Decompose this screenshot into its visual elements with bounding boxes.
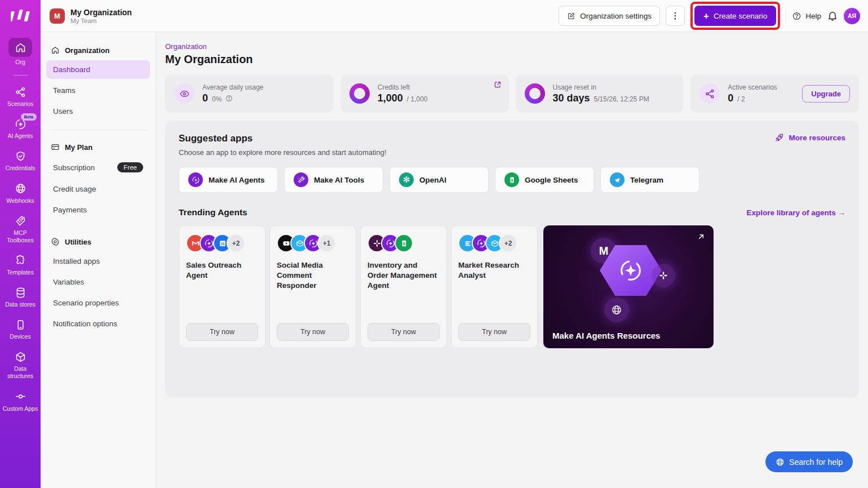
rail-item-data-stores[interactable]: Data stores <box>2 286 39 308</box>
agent-name: Market Research Analyst <box>458 260 530 281</box>
external-link-icon[interactable] <box>494 81 502 88</box>
rail-item-scenarios[interactable]: Scenarios <box>2 85 39 108</box>
agent-card-market-research[interactable]: +2 Market Research Analyst Try now <box>451 225 538 348</box>
notifications-bell-icon[interactable] <box>827 10 838 21</box>
stat-label: Usage reset in <box>553 83 649 91</box>
rail-item-templates[interactable]: Templates <box>2 254 39 276</box>
app-chip-telegram[interactable]: Telegram <box>600 167 699 193</box>
stat-label: Active scenarios <box>728 83 777 91</box>
try-now-button[interactable]: Try now <box>458 323 530 341</box>
stat-card-usage-reset: Usage reset in 30 days 5/15/26, 12:25 PM <box>516 74 684 113</box>
rail-item-data-structures[interactable]: Data structures <box>2 350 39 380</box>
sidebar-item-scenario-properties[interactable]: Scenario properties <box>46 294 150 312</box>
shield-check-icon <box>14 149 27 163</box>
rail-item-credentials[interactable]: Credentials <box>2 149 39 172</box>
ai-sparkle-icon: Beta <box>14 117 27 131</box>
rail-item-label: MCP Toolboxes <box>2 229 39 244</box>
sidebar-item-credit-usage[interactable]: Credit usage <box>46 180 150 198</box>
suggested-apps-subtitle: Choose an app to explore more resources … <box>179 148 387 157</box>
stat-card-credits-left: Credits left 1,000 / 1,000 <box>340 74 509 113</box>
sidebar-divider <box>50 130 147 130</box>
try-now-button[interactable]: Try now <box>277 323 349 341</box>
agent-card-social-media-responder[interactable]: +1 Social Media Comment Responder Try no… <box>269 225 356 348</box>
more-apps-badge: +1 <box>317 234 336 252</box>
app-chip-google-sheets[interactable]: Google Sheets <box>495 167 594 193</box>
search-for-help-label: Search for help <box>789 458 843 467</box>
sidebar-item-label: Subscription <box>53 163 95 172</box>
globe-icon <box>14 182 27 196</box>
stat-card-active-scenarios: Active scenarios 0 / 2 Upgrade <box>690 74 859 113</box>
make-ai-tools-icon <box>294 172 308 187</box>
sidebar-item-installed-apps[interactable]: Installed apps <box>46 252 150 270</box>
arrow-up-right-icon <box>697 232 706 241</box>
sidebar-item-users[interactable]: Users <box>46 102 150 121</box>
stat-label: Average daily usage <box>202 83 264 91</box>
sidebar-item-dashboard[interactable]: Dashboard <box>46 60 150 79</box>
globe-orb-icon <box>604 298 629 322</box>
secondary-sidebar: Organization Dashboard Teams Users My Pl… <box>41 32 156 488</box>
rail-item-ai-agents[interactable]: Beta AI Agents <box>2 117 39 140</box>
donut-chart-icon <box>525 83 545 104</box>
stat-suffix: / 2 <box>737 95 745 103</box>
rail-item-label: Devices <box>10 333 30 340</box>
sidebar-item-notification-options[interactable]: Notification options <box>46 314 150 333</box>
stat-label: Credits left <box>378 83 428 91</box>
rail-item-webhooks[interactable]: Webhooks <box>2 182 39 205</box>
share-nodes-icon <box>699 83 720 104</box>
sidebar-item-subscription[interactable]: Subscription Free <box>46 157 150 178</box>
more-apps-badge: +2 <box>499 234 517 252</box>
sidebar-item-label: Payments <box>53 206 87 214</box>
sidebar-item-payments[interactable]: Payments <box>46 201 150 219</box>
free-plan-badge: Free <box>117 162 143 172</box>
help-button[interactable]: Help <box>792 11 821 21</box>
breadcrumb[interactable]: Organization <box>165 42 859 51</box>
user-avatar[interactable]: АЯ <box>844 8 860 24</box>
rail-item-label: Custom Apps <box>3 405 38 412</box>
agent-app-icons: +1 <box>277 234 349 252</box>
agent-app-icons: +2 <box>458 234 530 252</box>
question-circle-icon[interactable] <box>225 95 233 102</box>
ai-agents-resources-card[interactable]: M Make AI Agents Resources <box>543 225 714 348</box>
rail-item-devices[interactable]: Devices <box>2 318 39 340</box>
sidebar-item-teams[interactable]: Teams <box>46 81 150 100</box>
stats-row: Average daily usage 0 0% Credits left 1,… <box>165 74 859 113</box>
create-scenario-label: Create scenario <box>714 12 767 20</box>
app-chip-label: Make AI Agents <box>209 176 265 184</box>
create-scenario-button[interactable]: + Create scenario <box>694 6 776 26</box>
make-ai-agents-icon <box>188 172 203 187</box>
app-chip-make-ai-tools[interactable]: Make AI Tools <box>284 167 383 193</box>
rail-item-org[interactable]: Org <box>2 38 39 66</box>
rail-item-mcp-toolboxes[interactable]: MCP Toolboxes <box>2 214 39 244</box>
app-chip-openai[interactable]: ✻ OpenAI <box>389 167 489 193</box>
tags-icon <box>14 214 27 228</box>
rail-item-label: Org <box>15 59 25 66</box>
rail-item-custom-apps[interactable]: Custom Apps <box>2 390 39 412</box>
agent-card-inventory-management[interactable]: Inventory and Order Management Agent Try… <box>360 225 447 348</box>
sidebar-section-my-plan: My Plan <box>46 139 150 155</box>
question-circle-icon <box>792 11 801 21</box>
try-now-button[interactable]: Try now <box>367 323 440 341</box>
explore-library-link[interactable]: Explore library of agents → <box>746 208 845 217</box>
cube-icon <box>14 350 27 363</box>
app-chip-make-ai-agents[interactable]: Make AI Agents <box>179 167 278 193</box>
stat-value: 0 <box>202 92 208 104</box>
more-apps-badge: +2 <box>227 234 245 252</box>
rocket-icon <box>774 133 784 143</box>
rail-item-label: AI Agents <box>8 132 33 140</box>
agent-card-sales-outreach[interactable]: 31 +2 Sales Outreach Agent Try now <box>179 225 265 348</box>
edit-icon <box>567 12 575 20</box>
stat-card-average-daily-usage: Average daily usage 0 0% <box>165 74 334 113</box>
organization-settings-button[interactable]: Organization settings <box>559 6 660 26</box>
mobile-icon <box>14 318 27 331</box>
stat-value: 0 <box>728 92 733 104</box>
org-title: My Organization <box>70 8 132 17</box>
more-actions-button[interactable]: ⋮ <box>666 6 685 26</box>
search-for-help-button[interactable]: Search for help <box>765 451 853 472</box>
primary-rail: Org Scenarios Beta AI Agents Credentials… <box>0 0 41 488</box>
try-now-button[interactable]: Try now <box>186 323 258 341</box>
more-resources-label: More resources <box>789 134 845 142</box>
sidebar-item-variables[interactable]: Variables <box>46 273 150 291</box>
upgrade-button[interactable]: Upgrade <box>802 85 850 103</box>
more-resources-link[interactable]: More resources <box>774 133 845 143</box>
make-logo[interactable] <box>0 0 41 32</box>
